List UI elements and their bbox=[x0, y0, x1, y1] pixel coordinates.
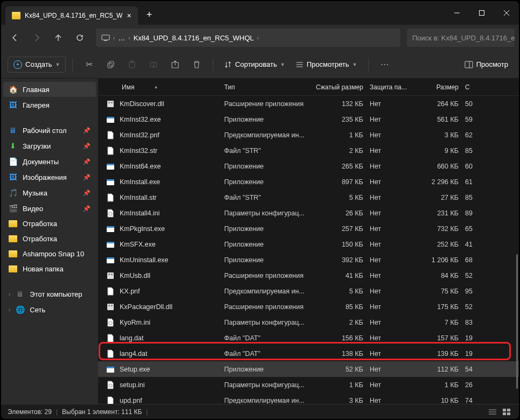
pin-icon: 📌 bbox=[83, 127, 91, 134]
file-name: KmSFX.exe bbox=[120, 241, 224, 248]
tab-active[interactable]: Kx84_UPD_8.4.1716_en_RC5_W × bbox=[5, 6, 138, 25]
sidebar-item-gallery[interactable]: 🖼Галерея bbox=[3, 97, 96, 113]
column-compressed[interactable]: Сжатый размер bbox=[310, 83, 370, 91]
file-row[interactable]: setup.iniПараметры конфигурац...1 КБНет1… bbox=[98, 377, 519, 393]
rename-icon[interactable] bbox=[144, 55, 163, 74]
column-size[interactable]: Размер bbox=[414, 83, 465, 91]
file-row[interactable]: upd.pnfПредкомпилируемая ин...3 КБНет10 … bbox=[98, 393, 519, 404]
file-name: KmInst64.exe bbox=[120, 163, 224, 170]
sidebar-item-pc[interactable]: ›🖥Этот компьютер bbox=[3, 286, 96, 302]
file-icon bbox=[106, 177, 115, 187]
file-compressed: 257 КБ bbox=[310, 225, 370, 233]
file-size: 1 КБ bbox=[414, 381, 465, 389]
file-icon bbox=[106, 224, 115, 234]
file-type: Приложение bbox=[224, 225, 310, 233]
share-icon[interactable] bbox=[165, 55, 185, 74]
sidebar-item-folder[interactable]: Отработка bbox=[3, 216, 96, 231]
close-button[interactable] bbox=[494, 1, 519, 25]
view-button[interactable]: Просмотреть ▼ bbox=[292, 57, 362, 72]
file-row[interactable]: KyoRm.iniПараметры конфигурац...2 КБНет7… bbox=[98, 314, 519, 330]
maximize-button[interactable] bbox=[469, 1, 494, 25]
minimize-button[interactable] bbox=[445, 1, 469, 25]
cut-icon[interactable]: ✂ bbox=[79, 55, 99, 74]
svg-rect-18 bbox=[108, 102, 110, 103]
details-view-icon[interactable] bbox=[487, 407, 498, 417]
file-protection: Нет bbox=[370, 131, 414, 139]
column-name[interactable]: Имя▲ bbox=[106, 83, 224, 91]
sidebar-item-downloads[interactable]: ⬇Загрузки📌 bbox=[3, 138, 96, 153]
sidebar-item-folder[interactable]: Отработка bbox=[3, 232, 96, 246]
file-row[interactable]: KmUninstall.exeПриложение392 КБНет1 206 … bbox=[98, 252, 519, 268]
sidebar-item-documents[interactable]: 📄Документы📌 bbox=[3, 154, 96, 169]
file-row[interactable]: KmInstall4.iniПараметры конфигурац...26 … bbox=[98, 205, 519, 221]
file-row[interactable]: KmInstall.exeПриложение897 КБНет2 296 КБ… bbox=[98, 174, 519, 190]
sidebar-item-home[interactable]: 🏠Главная bbox=[3, 82, 96, 97]
file-size: 252 КБ bbox=[414, 241, 465, 248]
scrollbar[interactable] bbox=[516, 254, 518, 389]
forward-button[interactable] bbox=[27, 28, 46, 47]
column-extra[interactable]: С bbox=[465, 83, 476, 91]
column-protection[interactable]: Защита па... bbox=[370, 83, 414, 91]
delete-icon[interactable] bbox=[187, 55, 206, 74]
new-tab-button[interactable]: + bbox=[147, 9, 152, 20]
sidebar-item-music[interactable]: 🎵Музыка📌 bbox=[3, 185, 96, 200]
back-button[interactable] bbox=[5, 28, 25, 47]
copy-icon[interactable] bbox=[101, 55, 120, 74]
file-row[interactable]: KmInst32.pnfПредкомпилируемая ин...1 КБН… bbox=[98, 127, 519, 143]
paste-icon[interactable] bbox=[122, 55, 142, 74]
preview-icon bbox=[464, 61, 473, 68]
breadcrumb-folder[interactable]: Kx84_UPD_8.4.1716_en_RC5_WHQL bbox=[134, 34, 254, 42]
file-compressed: 2 КБ bbox=[310, 147, 370, 155]
create-button[interactable]: + Создать ▼ bbox=[8, 57, 66, 73]
file-row[interactable]: KmInst32.exeПриложение235 КБНет561 КБ59 bbox=[98, 111, 519, 127]
sort-button[interactable]: Сортировать ▼ bbox=[220, 57, 289, 72]
file-extra: 62 bbox=[465, 131, 476, 139]
close-tab-icon[interactable]: × bbox=[127, 11, 131, 20]
file-row[interactable]: lang.datФайл "DAT"156 КБНет157 КБ19 bbox=[98, 330, 519, 346]
file-row[interactable]: lang4.datФайл "DAT"138 КБНет139 КБ19 bbox=[98, 346, 519, 361]
file-protection: Нет bbox=[370, 381, 414, 389]
file-compressed: 156 КБ bbox=[310, 334, 370, 342]
file-protection: Нет bbox=[370, 116, 414, 123]
sidebar-item-network[interactable]: ›🌐Сеть bbox=[3, 302, 96, 317]
breadcrumb[interactable]: › … › Kx84_UPD_8.4.1716_en_RC5_WHQL › bbox=[96, 29, 400, 47]
file-name: Setup.exe bbox=[120, 366, 224, 373]
sidebar-item-folder[interactable]: Новая папка bbox=[3, 262, 96, 276]
file-type: Расширение приложения bbox=[224, 272, 310, 279]
file-icon bbox=[106, 380, 115, 390]
file-name: KmInst32.pnf bbox=[120, 131, 224, 139]
tab-title: Kx84_UPD_8.4.1716_en_RC5_W bbox=[25, 12, 122, 19]
sidebar-item-folder[interactable]: Ashampoo Snap 10 bbox=[3, 247, 96, 261]
file-row[interactable]: KxPackagerDll.dllРасширение приложения85… bbox=[98, 299, 519, 314]
chevron-right-icon: › bbox=[113, 35, 115, 41]
thumbnails-view-icon[interactable] bbox=[501, 407, 512, 417]
svg-rect-23 bbox=[107, 164, 114, 165]
file-row[interactable]: KmInst32.strФайл "STR"2 КБНет9 КБ85 bbox=[98, 143, 519, 158]
file-name: KmInstall4.ini bbox=[120, 209, 224, 217]
preview-button[interactable]: Просмотр bbox=[460, 57, 512, 72]
file-row[interactable]: KmInst64.exeПриложение265 КБНет660 КБ60 bbox=[98, 158, 519, 174]
refresh-button[interactable] bbox=[70, 28, 89, 47]
file-row[interactable]: Setup.exeПриложение52 КБНет112 КБ54 bbox=[98, 361, 519, 377]
file-row[interactable]: KmInstall.strФайл "STR"5 КБНет27 КБ85 bbox=[98, 190, 519, 205]
breadcrumb-ellipsis[interactable]: … bbox=[118, 34, 125, 42]
file-extra: 19 bbox=[465, 350, 476, 358]
up-button[interactable] bbox=[48, 28, 68, 47]
selection-info: Выбран 1 элемент: 111 КБ bbox=[62, 408, 142, 416]
column-type[interactable]: Тип bbox=[224, 83, 310, 91]
file-extra: 89 bbox=[465, 209, 476, 217]
file-row[interactable]: KmUsb.dllРасширение приложения41 КБНет84… bbox=[98, 268, 519, 283]
sidebar-item-desktop[interactable]: 🖥Рабочий стол📌 bbox=[3, 123, 96, 138]
svg-rect-6 bbox=[108, 63, 112, 68]
file-row[interactable]: KX.pnfПредкомпилируемая ин...5 КБНет75 К… bbox=[98, 283, 519, 299]
file-row[interactable]: KmDiscover.dllРасширение приложения132 К… bbox=[98, 96, 519, 111]
search-input[interactable]: Поиск в: Kx84_UPD_8.4.1716_en bbox=[407, 29, 515, 47]
file-row[interactable]: KmSFX.exeПриложение150 КБНет252 КБ41 bbox=[98, 236, 519, 252]
file-extra: 52 bbox=[465, 272, 476, 279]
more-icon[interactable]: ⋯ bbox=[375, 55, 394, 74]
sidebar-item-video[interactable]: 🎬Видео📌 bbox=[3, 201, 96, 216]
file-size: 157 КБ bbox=[414, 334, 465, 342]
svg-rect-21 bbox=[107, 117, 114, 118]
sidebar-item-images[interactable]: 🖼Изображения📌 bbox=[3, 170, 96, 185]
file-row[interactable]: KmPkgInst.exeПриложение257 КБНет732 КБ65 bbox=[98, 221, 519, 236]
